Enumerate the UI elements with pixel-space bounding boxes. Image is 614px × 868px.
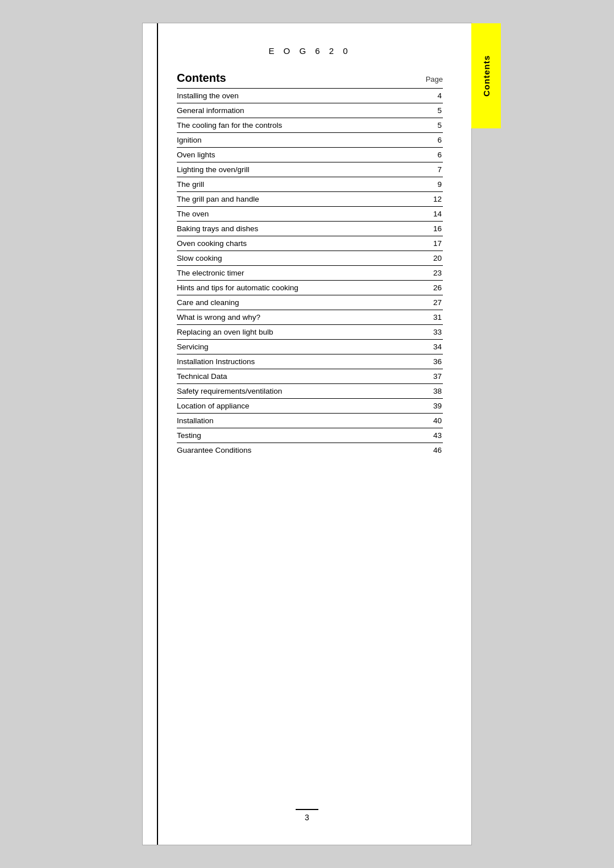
yellow-tab: Contents	[471, 23, 501, 128]
table-row: Safety requirements/ventilation38	[177, 384, 443, 399]
table-row: The grill9	[177, 177, 443, 192]
table-row: Guarantee Conditions46	[177, 443, 443, 458]
tab-label: Contents	[482, 55, 491, 97]
toc-item-title: Safety requirements/ventilation	[177, 384, 423, 399]
page-footer: 3	[143, 809, 471, 822]
toc-item-page: 5	[423, 118, 443, 133]
table-row: Replacing an oven light bulb33	[177, 325, 443, 340]
table-row: Baking trays and dishes16	[177, 222, 443, 236]
toc-item-page: 12	[423, 192, 443, 207]
footer-page-number: 3	[305, 813, 309, 822]
toc-item-page: 39	[423, 399, 443, 414]
toc-item-title: What is wrong and why?	[177, 310, 423, 325]
toc-item-title: Lighting the oven/grill	[177, 162, 423, 177]
table-row: Installation40	[177, 414, 443, 428]
document-page: Contents E O G 6 2 0 Contents Page Insta…	[142, 23, 472, 845]
toc-item-title: Guarantee Conditions	[177, 443, 423, 458]
toc-item-page: 14	[423, 207, 443, 222]
toc-item-title: Baking trays and dishes	[177, 222, 423, 236]
toc-item-page: 46	[423, 443, 443, 458]
table-row: The cooling fan for the controls5	[177, 118, 443, 133]
toc-item-page: 27	[423, 295, 443, 310]
toc-item-page: 17	[423, 236, 443, 251]
toc-item-page: 40	[423, 414, 443, 428]
table-row: Technical Data37	[177, 369, 443, 384]
table-row: Slow cooking20	[177, 251, 443, 266]
toc-item-page: 6	[423, 148, 443, 162]
toc-item-title: General information	[177, 103, 423, 118]
toc-item-page: 9	[423, 177, 443, 192]
toc-item-title: Care and cleaning	[177, 295, 423, 310]
table-row: Installation Instructions36	[177, 354, 443, 369]
toc-item-page: 6	[423, 133, 443, 148]
left-border	[157, 23, 158, 845]
table-row: Lighting the oven/grill7	[177, 162, 443, 177]
table-row: Care and cleaning27	[177, 295, 443, 310]
table-row: Ignition6	[177, 133, 443, 148]
toc-item-title: The electronic timer	[177, 266, 423, 281]
toc-item-page: 20	[423, 251, 443, 266]
toc-item-title: Testing	[177, 428, 423, 443]
table-row: Installing the oven4	[177, 89, 443, 103]
table-row: Oven lights6	[177, 148, 443, 162]
toc-item-page: 34	[423, 340, 443, 354]
toc-item-page: 5	[423, 103, 443, 118]
table-row: The electronic timer23	[177, 266, 443, 281]
page-column-header: Page	[426, 75, 443, 84]
toc-item-page: 36	[423, 354, 443, 369]
toc-item-title: Replacing an oven light bulb	[177, 325, 423, 340]
toc-item-page: 26	[423, 281, 443, 295]
toc-item-title: Ignition	[177, 133, 423, 148]
toc-item-title: Oven lights	[177, 148, 423, 162]
document-title: E O G 6 2 0	[177, 46, 443, 56]
table-row: Oven cooking charts17	[177, 236, 443, 251]
table-row: Testing43	[177, 428, 443, 443]
toc-item-title: Location of appliance	[177, 399, 423, 414]
toc-item-title: The oven	[177, 207, 423, 222]
toc-item-page: 7	[423, 162, 443, 177]
toc-item-title: Technical Data	[177, 369, 423, 384]
table-row: General information5	[177, 103, 443, 118]
toc-item-title: Installation Instructions	[177, 354, 423, 369]
toc-item-title: Installing the oven	[177, 89, 423, 103]
table-row: Location of appliance39	[177, 399, 443, 414]
table-row: Hints and tips for automatic cooking26	[177, 281, 443, 295]
toc-item-page: 33	[423, 325, 443, 340]
table-row: Servicing34	[177, 340, 443, 354]
page-wrapper: Contents E O G 6 2 0 Contents Page Insta…	[0, 0, 614, 868]
toc-item-page: 31	[423, 310, 443, 325]
toc-item-page: 23	[423, 266, 443, 281]
toc-item-page: 38	[423, 384, 443, 399]
toc-item-title: Installation	[177, 414, 423, 428]
toc-item-title: Servicing	[177, 340, 423, 354]
toc-item-page: 16	[423, 222, 443, 236]
footer-line	[296, 809, 318, 810]
toc-item-page: 43	[423, 428, 443, 443]
table-row: What is wrong and why?31	[177, 310, 443, 325]
toc-item-title: The grill pan and handle	[177, 192, 423, 207]
table-row: The oven14	[177, 207, 443, 222]
toc-item-title: Hints and tips for automatic cooking	[177, 281, 423, 295]
toc-item-title: Oven cooking charts	[177, 236, 423, 251]
toc-table: Installing the oven4General information5…	[177, 88, 443, 457]
toc-item-title: Slow cooking	[177, 251, 423, 266]
toc-item-page: 4	[423, 89, 443, 103]
toc-item-page: 37	[423, 369, 443, 384]
toc-item-title: The cooling fan for the controls	[177, 118, 423, 133]
table-row: The grill pan and handle12	[177, 192, 443, 207]
toc-item-title: The grill	[177, 177, 423, 192]
contents-heading: Contents	[177, 72, 226, 85]
